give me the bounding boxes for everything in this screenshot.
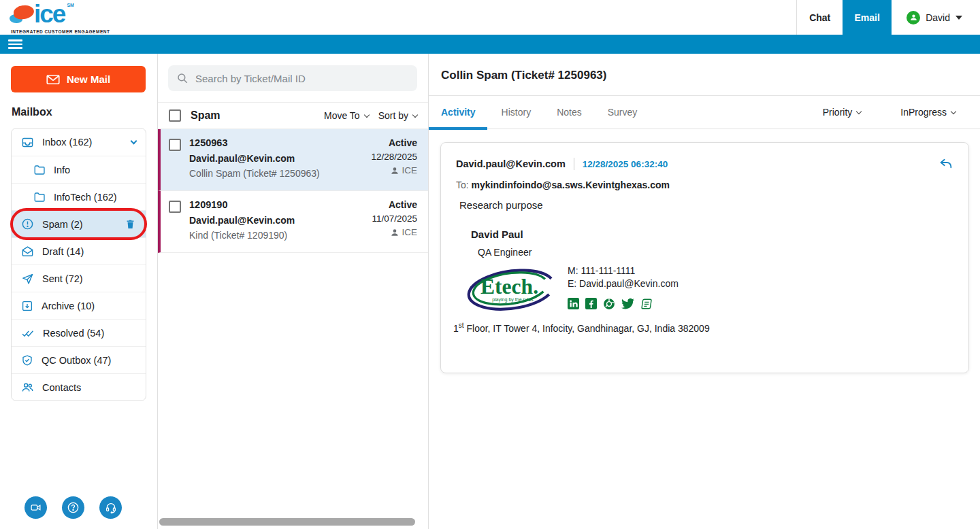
sidebar-item-spam[interactable]: Spam (2) bbox=[12, 210, 146, 237]
etech-logo: Etech. playing by the rules bbox=[464, 264, 558, 311]
sidebar-item-infotech[interactable]: InfoTech (162) bbox=[12, 183, 146, 210]
message-timestamp: 12/28/2025 06:32:40 bbox=[583, 159, 668, 169]
question-mark-icon bbox=[67, 501, 80, 514]
logo-text: ice bbox=[34, 3, 65, 26]
support-headset-button[interactable] bbox=[99, 496, 122, 519]
contacts-people-icon bbox=[21, 381, 34, 394]
list-header: Spam Move To Sort by bbox=[158, 102, 428, 129]
archive-icon bbox=[21, 300, 33, 312]
priority-dropdown[interactable]: Priority bbox=[823, 107, 862, 118]
headset-icon bbox=[105, 502, 117, 514]
divider bbox=[574, 158, 574, 170]
sidebar-item-label: Resolved (54) bbox=[43, 328, 104, 339]
sender-email: David.paul@Kevin.com bbox=[189, 215, 363, 226]
chevron-down-icon bbox=[856, 108, 862, 114]
agent-label: ICE bbox=[402, 227, 417, 237]
select-checkbox[interactable] bbox=[169, 139, 181, 151]
move-to-dropdown[interactable]: Move To bbox=[324, 110, 369, 121]
signature-email: E: David.paul@Kevin.com bbox=[568, 278, 679, 289]
sidebar-item-label: Archive (10) bbox=[42, 301, 95, 311]
mail-list-item[interactable]: 1250963 David.paul@Kevin.com Collin Spam… bbox=[158, 129, 428, 191]
user-name: David bbox=[926, 12, 950, 23]
chevron-down-icon bbox=[363, 112, 369, 117]
status-badge: Active bbox=[389, 137, 417, 148]
reply-arrow-icon bbox=[938, 156, 953, 171]
sidebar-item-resolved[interactable]: Resolved (54) bbox=[12, 319, 146, 346]
sidebar-item-label: InfoTech (162) bbox=[54, 192, 117, 203]
ticket-title: Collin Spam (Ticket# 1250963) bbox=[429, 54, 980, 95]
user-menu[interactable]: David bbox=[892, 0, 980, 35]
search-input[interactable] bbox=[195, 73, 409, 84]
ticket-id: 1209190 bbox=[189, 199, 363, 210]
signature-name: David Paul bbox=[471, 228, 952, 240]
folder-title: Spam bbox=[191, 109, 220, 122]
mail-subject: Collin Spam (Ticket# 1250963) bbox=[189, 168, 363, 179]
hamburger-menu-icon[interactable] bbox=[8, 37, 22, 51]
detail-tabs: Activity History Notes Survey Priority I… bbox=[429, 95, 980, 129]
sort-by-dropdown[interactable]: Sort by bbox=[378, 110, 417, 121]
agent-label: ICE bbox=[402, 165, 417, 175]
video-call-button[interactable] bbox=[24, 496, 47, 519]
user-avatar-icon bbox=[906, 11, 920, 24]
signature-role: QA Engineer bbox=[478, 247, 952, 258]
nav-bar bbox=[0, 35, 980, 54]
double-check-icon bbox=[21, 326, 35, 340]
tab-activity[interactable]: Activity bbox=[441, 107, 476, 118]
logo-tagline: INTEGRATED CUSTOMER ENGAGEMENT bbox=[11, 29, 110, 34]
trash-icon[interactable] bbox=[125, 218, 136, 230]
mail-date: 12/28/2025 bbox=[371, 152, 417, 162]
chevron-down-icon bbox=[951, 108, 956, 114]
signature-mobile: M: 111-111-1111 bbox=[568, 265, 679, 276]
horizontal-scrollbar[interactable] bbox=[159, 518, 415, 526]
to-label: To: bbox=[456, 180, 469, 190]
mail-list-item[interactable]: 1209190 David.paul@Kevin.com Kind (Ticke… bbox=[158, 191, 428, 253]
chevron-down-icon bbox=[956, 16, 962, 23]
folder-icon bbox=[33, 164, 46, 176]
search-box[interactable] bbox=[168, 65, 417, 91]
reply-button[interactable] bbox=[938, 156, 953, 173]
sidebar-item-inbox[interactable]: Inbox (162) bbox=[12, 129, 146, 156]
help-button[interactable] bbox=[62, 496, 84, 519]
twitter-icon[interactable] bbox=[621, 297, 634, 310]
select-all-checkbox[interactable] bbox=[169, 109, 181, 122]
sidebar-item-label: Info bbox=[54, 165, 70, 175]
mail-date: 11/07/2025 bbox=[372, 214, 417, 224]
sidebar-item-label: Sent (72) bbox=[42, 273, 83, 284]
select-checkbox[interactable] bbox=[169, 201, 181, 213]
tab-email[interactable]: Email bbox=[843, 0, 892, 35]
sidebar-item-qc-outbox[interactable]: QC Outbox (47) bbox=[12, 346, 146, 373]
linkedin-icon[interactable] bbox=[568, 298, 579, 309]
tab-notes[interactable]: Notes bbox=[557, 107, 582, 118]
email-message-card: David.paul@Kevin.com 12/28/2025 06:32:40… bbox=[440, 142, 969, 373]
folder-icon bbox=[33, 191, 46, 203]
inbox-icon bbox=[21, 136, 34, 149]
facebook-icon[interactable] bbox=[585, 298, 597, 309]
tab-chat[interactable]: Chat bbox=[796, 0, 843, 35]
blog-icon[interactable] bbox=[640, 298, 653, 310]
signature-address: 1st Floor, IT Tower 4, Infocity, Gandhin… bbox=[453, 322, 952, 334]
status-dropdown[interactable]: InProgress bbox=[900, 107, 956, 118]
sender-email: David.paul@Kevin.com bbox=[189, 153, 363, 164]
priority-label: Priority bbox=[823, 107, 853, 118]
sidebar-item-sent[interactable]: Sent (72) bbox=[12, 264, 146, 292]
tab-survey[interactable]: Survey bbox=[608, 107, 638, 118]
sidebar: New Mail Mailbox Inbox (162) Info InfoTe… bbox=[0, 54, 158, 529]
folder-list: Inbox (162) Info InfoTech (162) Spam (2) bbox=[11, 128, 146, 401]
active-tab-underline bbox=[429, 127, 487, 130]
chevron-down-icon bbox=[412, 112, 418, 117]
tab-history[interactable]: History bbox=[502, 107, 532, 118]
sidebar-item-draft[interactable]: Draft (14) bbox=[12, 237, 146, 264]
message-sender: David.paul@Kevin.com bbox=[456, 158, 566, 169]
sidebar-item-info[interactable]: Info bbox=[12, 156, 146, 183]
sort-by-label: Sort by bbox=[378, 110, 408, 121]
sidebar-item-archive[interactable]: Archive (10) bbox=[12, 292, 146, 319]
new-mail-button[interactable]: New Mail bbox=[11, 66, 146, 92]
chrome-icon[interactable] bbox=[603, 298, 615, 310]
sidebar-item-label: Spam (2) bbox=[42, 219, 83, 230]
chevron-down-icon[interactable] bbox=[131, 137, 137, 144]
status-badge: Active bbox=[389, 199, 417, 210]
recipient-email: mykindinfoindo@sa.sws.Kevintghexas.com bbox=[472, 180, 670, 190]
top-bar: ice SM INTEGRATED CUSTOMER ENGAGEMENT Ch… bbox=[0, 0, 980, 35]
app-logo: ice SM INTEGRATED CUSTOMER ENGAGEMENT bbox=[0, 0, 110, 35]
sidebar-item-contacts[interactable]: Contacts bbox=[12, 373, 146, 400]
